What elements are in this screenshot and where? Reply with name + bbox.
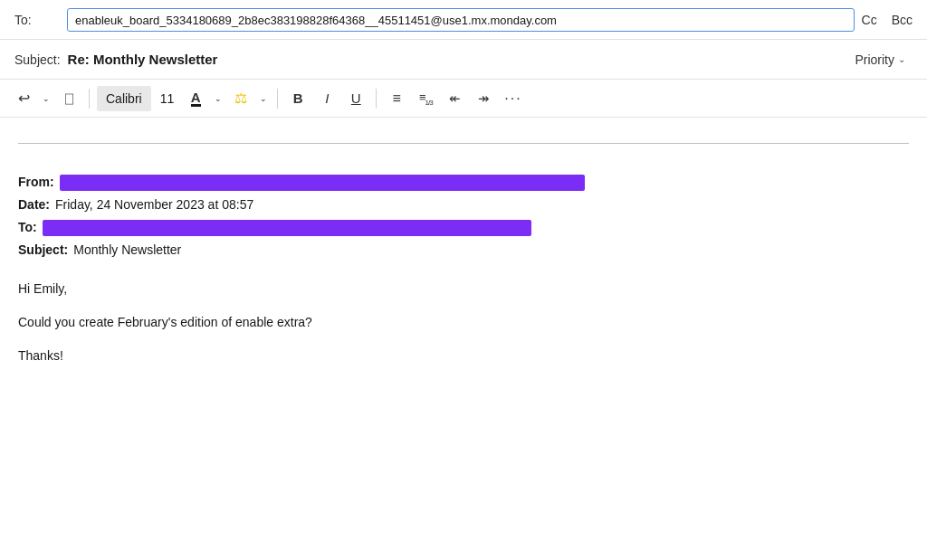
bullet-list-icon: ≡ xyxy=(393,90,401,107)
quoted-subject-value: Monthly Newsletter xyxy=(73,241,181,260)
more-options-icon: ··· xyxy=(504,90,521,107)
cc-link[interactable]: Cc xyxy=(862,13,877,27)
undo-icon: ↩ xyxy=(18,90,30,107)
indent-button[interactable]: ↠ xyxy=(471,86,496,111)
font-size-label: 11 xyxy=(160,91,175,106)
highlight-button[interactable]: ⚖ xyxy=(228,86,253,111)
subject-row: Subject: Re: Monthly Newsletter Priority… xyxy=(0,40,927,80)
font-name-button[interactable]: Calibri xyxy=(97,86,151,111)
toolbar-divider-3 xyxy=(376,89,377,109)
priority-chevron-icon: ⌄ xyxy=(898,54,905,64)
indent-icon: ↠ xyxy=(478,90,490,107)
clipboard-button[interactable]: ⎕ xyxy=(56,86,81,111)
outdent-icon: ↞ xyxy=(449,90,461,107)
email-body-text: Hi Emily, Could you create February's ed… xyxy=(18,278,909,379)
toolbar-divider-2 xyxy=(277,89,278,109)
to-redacted-bar xyxy=(43,220,531,236)
from-label: From: xyxy=(18,173,54,192)
font-name-label: Calibri xyxy=(106,91,142,106)
font-size-button[interactable]: 11 xyxy=(155,86,180,111)
font-color-dropdown-button[interactable]: ⌄ xyxy=(212,86,225,111)
date-label: Date: xyxy=(18,195,50,214)
italic-button[interactable]: I xyxy=(314,86,339,111)
cc-bcc-links: Cc Bcc xyxy=(862,13,913,27)
font-color-button[interactable]: A xyxy=(183,86,208,111)
priority-label: Priority xyxy=(855,52,894,67)
quoted-to-label: To: xyxy=(18,218,37,237)
bcc-link[interactable]: Bcc xyxy=(892,13,913,27)
highlight-dropdown-button[interactable]: ⌄ xyxy=(257,86,270,111)
to-row: To: Cc Bcc xyxy=(0,0,927,40)
numbered-list-button[interactable]: ≡1/3 xyxy=(413,86,438,111)
subject-label: Subject: xyxy=(14,52,61,67)
numbered-list-icon: ≡1/3 xyxy=(419,90,433,107)
to-input[interactable] xyxy=(75,14,846,27)
subject-value: Re: Monthly Newsletter xyxy=(68,52,848,67)
underline-icon: U xyxy=(351,90,361,106)
bold-button[interactable]: B xyxy=(285,86,311,111)
italic-icon: I xyxy=(325,90,329,106)
undo-chevron-icon: ⌄ xyxy=(43,94,50,103)
body-line2-text: Thanks! xyxy=(18,345,909,367)
more-options-button[interactable]: ··· xyxy=(500,86,526,111)
from-redacted-bar xyxy=(60,175,585,191)
email-body-area[interactable]: From: Date: Friday, 24 November 2023 at … xyxy=(0,118,927,560)
to-input-wrapper[interactable] xyxy=(67,8,855,32)
font-color-icon: A xyxy=(191,90,201,107)
email-compose-window: To: Cc Bcc Subject: Re: Monthly Newslett… xyxy=(0,0,927,560)
quoted-subject-line: Subject: Monthly Newsletter xyxy=(18,241,909,260)
quoted-subject-label: Subject: xyxy=(18,241,68,260)
priority-button[interactable]: Priority ⌄ xyxy=(847,49,913,71)
clipboard-icon: ⎕ xyxy=(65,90,73,106)
highlight-chevron-icon: ⌄ xyxy=(260,94,267,103)
date-value: Friday, 24 November 2023 at 08:57 xyxy=(55,195,253,214)
bullet-list-button[interactable]: ≡ xyxy=(384,86,409,111)
outdent-button[interactable]: ↞ xyxy=(442,86,467,111)
quoted-from-line: From: xyxy=(18,173,909,192)
quoted-email-header: From: Date: Friday, 24 November 2023 at … xyxy=(18,166,909,263)
highlight-icon: ⚖ xyxy=(234,90,247,107)
to-label: To: xyxy=(14,13,60,27)
toolbar-row: ↩ ⌄ ⎕ Calibri 11 A ⌄ ⚖ ⌄ xyxy=(0,80,927,118)
quoted-to-line: To: xyxy=(18,218,909,237)
greeting-text: Hi Emily, xyxy=(18,278,909,300)
undo-dropdown-button[interactable]: ⌄ xyxy=(40,86,53,111)
body-line1-text: Could you create February's edition of e… xyxy=(18,311,909,334)
underline-button[interactable]: U xyxy=(343,86,368,111)
undo-button[interactable]: ↩ xyxy=(11,86,36,111)
body-separator xyxy=(18,143,909,144)
bold-icon: B xyxy=(293,90,303,106)
quoted-date-line: Date: Friday, 24 November 2023 at 08:57 xyxy=(18,195,909,214)
toolbar-divider-1 xyxy=(89,89,90,109)
font-color-chevron-icon: ⌄ xyxy=(215,94,222,103)
